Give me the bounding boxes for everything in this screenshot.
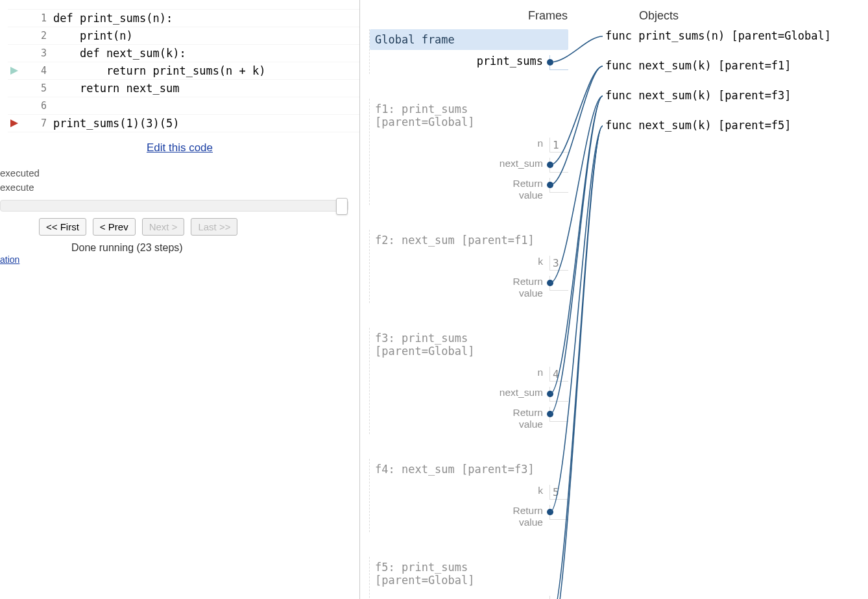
stack-frame: f4: next_sum [parent=f3]k5Returnvalue: [369, 459, 568, 532]
prev-button[interactable]: < Prev: [93, 218, 136, 236]
first-button[interactable]: << First: [39, 218, 86, 236]
variable-value-box: [549, 276, 568, 291]
frame-title: f4: next_sum [parent=f3]: [370, 459, 568, 480]
edit-code-link[interactable]: Edit this code: [0, 141, 359, 154]
viz-area: Global frameprint_sumsf1: print_sums [pa…: [360, 29, 868, 599]
variable-value-box: [549, 387, 568, 402]
variable-value-box: 5: [549, 485, 568, 500]
code-text: def next_sum(k):: [53, 45, 186, 62]
variable-label: k: [491, 485, 543, 496]
variable-value-box: [549, 158, 568, 173]
variable-label: next_sum: [491, 387, 543, 398]
code-text: print_sums(1)(3)(5): [53, 115, 179, 132]
line-number: 3: [41, 45, 47, 62]
frame-variable-row: n1: [370, 138, 568, 153]
code-line: 5 return next_sum: [8, 79, 359, 97]
code-text: print(n): [53, 27, 133, 44]
pointer-origin-dot-icon: [547, 59, 553, 66]
frame-variable-row: Returnvalue: [370, 276, 568, 299]
frame-title: f2: next_sum [parent=f1]: [370, 230, 568, 251]
pointer-origin-dot-icon: [547, 509, 553, 515]
line-number: 4: [41, 62, 47, 79]
variable-label: n: [491, 596, 543, 599]
line-number: 7: [41, 115, 47, 132]
code-panel: 1def print_sums(n):2 print(n)3 def next_…: [0, 0, 360, 599]
stack-frame: f2: next_sum [parent=f1]k3Returnvalue: [369, 230, 568, 303]
footer-link-partial[interactable]: ation: [0, 254, 19, 265]
variable-value-box: [549, 178, 568, 193]
line-number: 6: [41, 97, 47, 114]
variable-label: Returnvalue: [491, 505, 543, 528]
global-frame: Global frameprint_sums: [369, 29, 568, 74]
line-gutter: 5: [8, 80, 53, 97]
line-gutter: 6: [8, 97, 53, 114]
variable-label: n: [491, 138, 543, 149]
code-text: return next_sum: [53, 80, 179, 97]
next-button: Next >: [142, 218, 185, 236]
frames-heading: Frames: [360, 9, 608, 23]
heap-object: func next_sum(k) [parent=f1]: [605, 59, 831, 73]
line-gutter: 7: [8, 115, 53, 132]
frame-rows: n9next_sumReturnvalue: [370, 591, 568, 599]
code-line: 4 return print_sums(n + k): [8, 62, 359, 79]
frame-variable-row: n9: [370, 596, 568, 599]
frame-title: f1: print_sums [parent=Global]: [370, 99, 568, 132]
code-line: 2 print(n): [8, 27, 359, 44]
code-line: 6: [8, 97, 359, 114]
line-gutter: 2: [8, 27, 53, 44]
line-gutter: 3: [8, 45, 53, 62]
code-line: 3 def next_sum(k):: [8, 44, 359, 62]
frame-rows: k5Returnvalue: [370, 480, 568, 531]
status-executed-line: executed: [0, 166, 359, 180]
variable-value-box: 4: [549, 367, 568, 382]
step-nav-bar: << First < Prev Next > Last >>: [39, 218, 359, 236]
variable-value-box: [549, 55, 568, 70]
variable-value-box: 3: [549, 256, 568, 271]
variable-label: print_sums: [477, 55, 543, 67]
variable-label: n: [491, 367, 543, 378]
objects-heading: Objects: [608, 9, 679, 23]
line-number: 2: [41, 27, 47, 44]
slider-thumb[interactable]: [336, 198, 348, 215]
frame-rows: print_sums: [370, 50, 568, 73]
line-number: 1: [41, 10, 47, 27]
frame-rows: k3Returnvalue: [370, 251, 568, 302]
pointer-origin-dot-icon: [547, 162, 553, 168]
frame-variable-row: Returnvalue: [370, 407, 568, 430]
frame-variable-row: Returnvalue: [370, 178, 568, 201]
variable-value-box: 9: [549, 596, 568, 599]
app-root: 1def print_sums(n):2 print(n)3 def next_…: [0, 0, 868, 599]
just-executed-arrow-icon: [10, 67, 22, 75]
frame-variable-row: k3: [370, 256, 568, 271]
frame-rows: n4next_sumReturnvalue: [370, 361, 568, 433]
frame-variable-row: k5: [370, 485, 568, 500]
viz-headings: Frames Objects: [360, 9, 868, 23]
pointer-origin-dot-icon: [547, 391, 553, 397]
variable-label: Returnvalue: [491, 407, 543, 430]
execution-status: executed execute: [0, 166, 359, 195]
frame-variable-row: Returnvalue: [370, 505, 568, 528]
frame-title: f3: print_sums [parent=Global]: [370, 328, 568, 361]
line-gutter: 1: [8, 10, 53, 27]
heap-object: func print_sums(n) [parent=Global]: [605, 29, 831, 43]
code-text: return print_sums(n + k): [53, 62, 266, 79]
frame-title: f5: print_sums [parent=Global]: [370, 557, 568, 591]
done-message: Done running (23 steps): [71, 242, 359, 254]
code-line: 1def print_sums(n):: [8, 9, 359, 27]
variable-label: next_sum: [491, 158, 543, 169]
heap-object: func next_sum(k) [parent=f3]: [605, 89, 831, 103]
viz-panel: Frames Objects Global frameprint_sumsf1:…: [360, 0, 868, 599]
step-slider[interactable]: [0, 200, 348, 212]
variable-label: Returnvalue: [491, 178, 543, 201]
line-gutter: 4: [8, 62, 53, 79]
last-button: Last >>: [191, 218, 237, 236]
status-execute-line: execute: [0, 180, 359, 195]
stack-frame: f1: print_sums [parent=Global]n1next_sum…: [369, 99, 568, 205]
objects-column: func print_sums(n) [parent=Global]func n…: [583, 29, 831, 599]
stack-frame: f3: print_sums [parent=Global]n4next_sum…: [369, 328, 568, 434]
frame-title: Global frame: [370, 29, 568, 50]
variable-value-box: [549, 407, 568, 422]
variable-label: k: [491, 256, 543, 267]
variable-value-box: 1: [549, 138, 568, 153]
pointer-origin-dot-icon: [547, 182, 553, 188]
